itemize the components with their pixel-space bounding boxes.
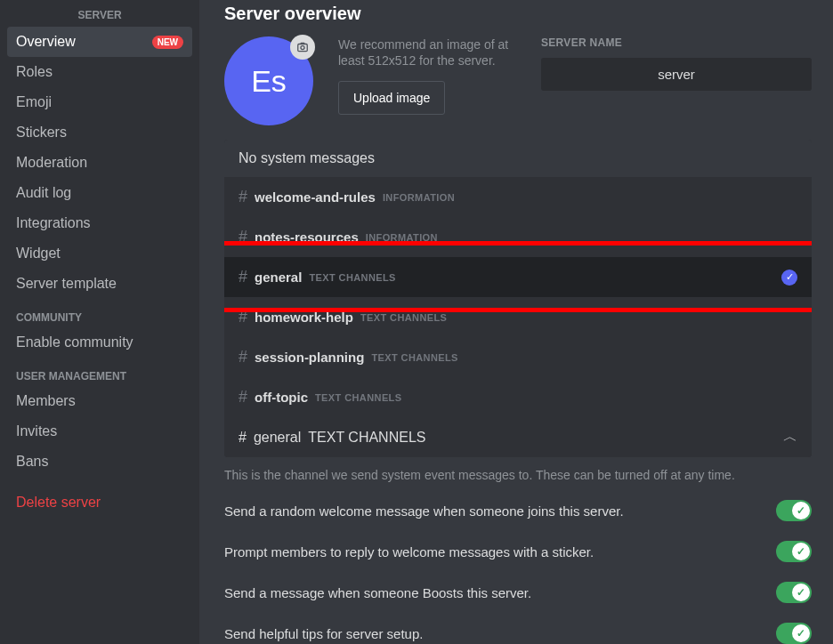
sidebar-item-label: Overview: [16, 34, 76, 50]
sidebar-item-widget[interactable]: Widget: [7, 238, 192, 269]
sidebar-item-label: Audit log: [16, 185, 71, 201]
toggle-label: Send helpful tips for server setup.: [224, 626, 423, 641]
delete-server-button[interactable]: Delete server: [7, 487, 192, 518]
sidebar-item-bans[interactable]: Bans: [7, 447, 192, 477]
hash-icon: #: [239, 188, 247, 206]
channel-option-notes-resources[interactable]: #notes-resourcesINFORMATION: [224, 217, 812, 257]
dropdown-selected-row[interactable]: # general TEXT CHANNELS ︿: [224, 417, 812, 457]
toggle-row-1: Prompt members to reply to welcome messa…: [224, 541, 812, 562]
hash-icon: #: [239, 388, 247, 407]
toggle-knob: ✓: [792, 502, 810, 519]
sidebar-item-members[interactable]: Members: [7, 386, 192, 416]
sidebar-item-label: Emoji: [16, 94, 52, 110]
check-icon: ✓: [781, 270, 797, 286]
channel-name: session-planning: [255, 350, 364, 365]
toggle-label: Send a message when someone Boosts this …: [224, 585, 531, 600]
toggle-switch[interactable]: ✓: [776, 582, 812, 603]
settings-sidebar: SERVER OverviewNEWRolesEmojiStickersMode…: [0, 0, 199, 644]
sidebar-item-label: Enable community: [16, 334, 133, 350]
selected-channel-name: general: [254, 430, 301, 446]
channel-category: INFORMATION: [366, 232, 438, 243]
toggle-row-2: Send a message when someone Boosts this …: [224, 582, 812, 603]
toggle-label: Send a random welcome message when someo…: [224, 503, 624, 519]
main-content: Server overview Es We recommend an image…: [199, 0, 833, 644]
sidebar-item-label: Stickers: [16, 125, 67, 141]
sidebar-header-label: SERVER: [77, 9, 121, 21]
system-channel-dropdown: No system messages #welcome-and-rulesINF…: [224, 140, 812, 457]
toggle-knob: ✓: [792, 584, 810, 601]
new-badge: NEW: [152, 36, 183, 49]
sidebar-item-invites[interactable]: Invites: [7, 416, 192, 447]
svg-rect-0: [298, 44, 308, 52]
toggle-row-0: Send a random welcome message when someo…: [224, 500, 812, 521]
channel-category: TEXT CHANNELS: [360, 312, 447, 323]
server-name-col: SERVER NAME: [541, 36, 812, 125]
hash-icon: #: [239, 348, 247, 366]
toggle-switch[interactable]: ✓: [776, 623, 812, 644]
server-header-row: Es We recommend an image of at least 512…: [224, 36, 812, 125]
sidebar-item-label: Widget: [16, 246, 61, 262]
sidebar-item-label: Members: [16, 393, 76, 409]
selected-channel-category: TEXT CHANNELS: [308, 430, 425, 446]
sidebar-item-label: Integrations: [16, 215, 91, 231]
toggle-label: Prompt members to reply to welcome messa…: [224, 544, 594, 559]
channel-name: off-topic: [255, 390, 308, 405]
channel-category: TEXT CHANNELS: [309, 272, 395, 283]
hash-icon: #: [239, 308, 247, 326]
chevron-up-icon: ︿: [783, 428, 797, 447]
upload-col: We recommend an image of at least 512x51…: [338, 36, 516, 125]
channel-option-general[interactable]: #generalTEXT CHANNELS✓: [224, 257, 812, 297]
hash-icon: #: [239, 268, 247, 286]
dropdown-no-system-option[interactable]: No system messages: [224, 140, 812, 177]
channel-category: INFORMATION: [383, 192, 455, 203]
sidebar-section-community: COMMUNITY: [7, 299, 192, 327]
page-title: Server overview: [224, 4, 812, 24]
system-channel-helper: This is the channel we send system event…: [224, 468, 812, 482]
svg-point-1: [301, 46, 304, 50]
channel-option-session-planning[interactable]: #session-planningTEXT CHANNELS: [224, 337, 812, 377]
toggle-knob: ✓: [792, 624, 810, 642]
delete-server-label: Delete server: [16, 495, 101, 511]
sidebar-item-emoji[interactable]: Emoji: [7, 87, 192, 117]
sidebar-item-server-template[interactable]: Server template: [7, 269, 192, 299]
sidebar-item-roles[interactable]: Roles: [7, 57, 192, 87]
server-avatar-wrap[interactable]: Es: [224, 36, 313, 125]
sidebar-item-integrations[interactable]: Integrations: [7, 208, 192, 238]
channel-option-homework-help[interactable]: #homework-helpTEXT CHANNELS: [224, 297, 812, 337]
sidebar-section-user-management: USER MANAGEMENT: [7, 358, 192, 386]
channel-option-welcome-and-rules[interactable]: #welcome-and-rulesINFORMATION: [224, 177, 812, 217]
channel-name: general: [255, 270, 302, 285]
sidebar-item-audit-log[interactable]: Audit log: [7, 178, 192, 208]
upload-image-button[interactable]: Upload image: [338, 81, 445, 115]
sidebar-item-label: Bans: [16, 454, 48, 470]
channel-category: TEXT CHANNELS: [315, 392, 401, 403]
hash-icon: #: [239, 228, 247, 246]
hash-icon: #: [239, 430, 247, 446]
sidebar-item-overview[interactable]: OverviewNEW: [7, 27, 192, 57]
toggle-switch[interactable]: ✓: [776, 541, 812, 562]
sidebar-item-moderation[interactable]: Moderation: [7, 148, 192, 178]
sidebar-item-label: Roles: [16, 64, 53, 80]
toggle-knob: ✓: [792, 543, 810, 560]
toggle-row-3: Send helpful tips for server setup.✓: [224, 623, 812, 644]
sidebar-item-label: Moderation: [16, 155, 87, 171]
sidebar-item-enable-community[interactable]: Enable community: [7, 327, 192, 358]
channel-name: homework-help: [255, 310, 353, 325]
avatar-initials: Es: [251, 64, 287, 99]
upload-recommendation: We recommend an image of at least 512x51…: [338, 36, 516, 68]
sidebar-item-stickers[interactable]: Stickers: [7, 117, 192, 148]
server-name-input[interactable]: [541, 58, 812, 91]
sidebar-item-label: Invites: [16, 423, 57, 439]
channel-category: TEXT CHANNELS: [371, 352, 457, 363]
toggle-switch[interactable]: ✓: [776, 500, 812, 521]
channel-name: welcome-and-rules: [255, 189, 376, 205]
upload-image-icon[interactable]: [290, 35, 315, 60]
channel-option-off-topic[interactable]: #off-topicTEXT CHANNELS: [224, 377, 812, 417]
channel-name: notes-resources: [255, 229, 359, 245]
server-name-label: SERVER NAME: [541, 36, 812, 49]
sidebar-section-server: SERVER: [7, 4, 192, 27]
sidebar-item-label: Server template: [16, 276, 117, 292]
